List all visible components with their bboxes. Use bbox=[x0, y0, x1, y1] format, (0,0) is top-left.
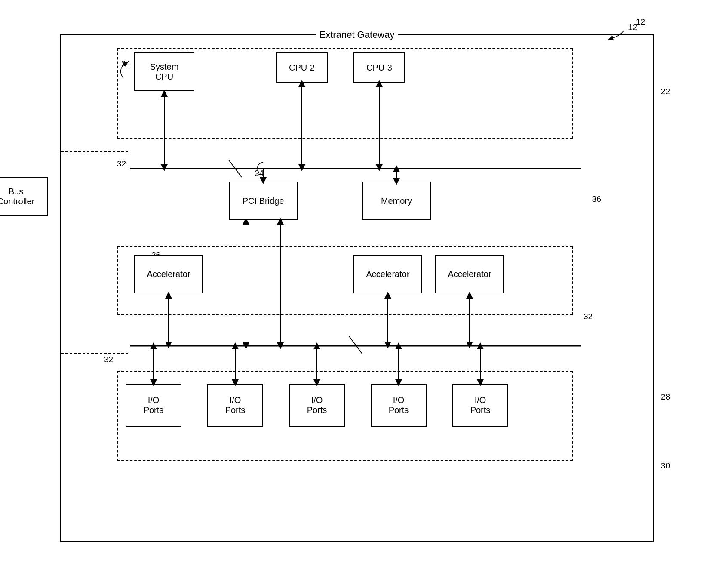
io3-box: I/OPorts bbox=[289, 384, 345, 427]
cpu3-label: CPU-3 bbox=[366, 63, 392, 73]
cpu2-box: CPU-2 bbox=[276, 52, 328, 83]
ref-22: 22 bbox=[661, 87, 670, 96]
ref-36: 36 bbox=[592, 194, 601, 204]
system-cpu-box: SystemCPU bbox=[134, 52, 194, 91]
ref-30: 30 bbox=[661, 461, 670, 471]
io4-label: I/OPorts bbox=[389, 395, 409, 415]
io5-box: I/OPorts bbox=[452, 384, 508, 427]
outer-box-label: Extranet Gateway bbox=[316, 29, 398, 40]
accel3-label: Accelerator bbox=[448, 269, 491, 279]
io1-label: I/OPorts bbox=[144, 395, 164, 415]
outer-box: Extranet Gateway 24 SystemCPU CPU-2 CPU-… bbox=[60, 34, 654, 542]
system-cpu-label: SystemCPU bbox=[150, 62, 179, 82]
svg-text:32: 32 bbox=[104, 355, 113, 364]
io5-label: I/OPorts bbox=[470, 395, 491, 415]
accel1-label: Accelerator bbox=[147, 269, 190, 279]
ref-28: 28 bbox=[661, 392, 670, 402]
io4-box: I/OPorts bbox=[371, 384, 427, 427]
io3-label: I/OPorts bbox=[307, 395, 327, 415]
cpu2-label: CPU-2 bbox=[289, 63, 315, 73]
memory-label: Memory bbox=[381, 196, 412, 206]
ref-24-inner: 24 bbox=[121, 59, 130, 68]
bus-controller-box: BusController bbox=[0, 177, 48, 216]
svg-text:32: 32 bbox=[584, 312, 593, 321]
pci-bridge-label: PCI Bridge bbox=[243, 196, 284, 206]
diagram-container: 12 Extranet Gateway 24 SystemCPU CPU-2 C… bbox=[34, 17, 688, 555]
bus-controller-label: BusController bbox=[0, 187, 34, 206]
io1-box: I/OPorts bbox=[126, 384, 181, 427]
io2-box: I/OPorts bbox=[207, 384, 263, 427]
memory-box: Memory bbox=[362, 182, 431, 220]
accel1-box: Accelerator bbox=[134, 255, 203, 293]
cpu3-box: CPU-3 bbox=[353, 52, 405, 83]
svg-line-27 bbox=[229, 160, 242, 177]
svg-line-28 bbox=[349, 336, 362, 354]
ref-34: 34 bbox=[255, 169, 264, 178]
accel3-box: Accelerator bbox=[435, 255, 504, 293]
ref-12: 12 bbox=[636, 17, 645, 27]
accel2-box: Accelerator bbox=[353, 255, 422, 293]
pci-bridge-box: PCI Bridge bbox=[229, 182, 298, 220]
svg-text:32: 32 bbox=[117, 159, 126, 168]
accel2-label: Accelerator bbox=[366, 269, 409, 279]
io2-label: I/OPorts bbox=[225, 395, 246, 415]
